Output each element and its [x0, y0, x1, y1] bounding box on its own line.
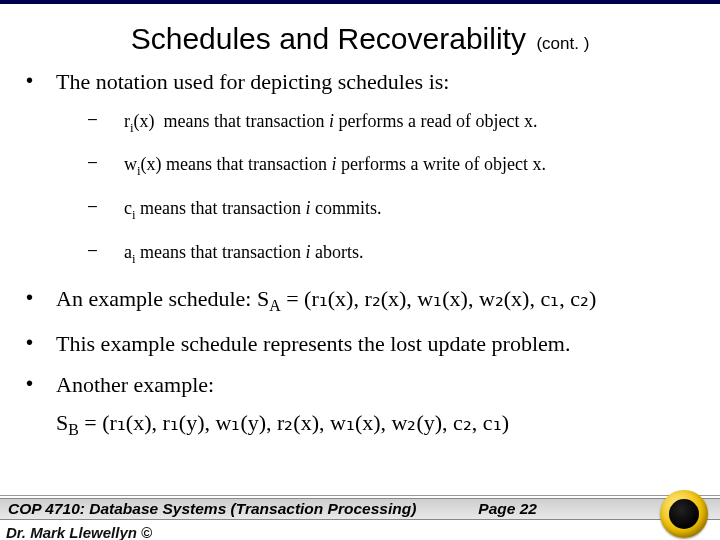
notation-read: – ri(x) means that transaction i perform…: [88, 110, 694, 136]
example-b-text: SB = (r₁(x), r₁(y), w₁(y), r₂(x), w₁(x),…: [56, 409, 694, 440]
bullet-marker: •: [26, 330, 56, 354]
logo-circle: [660, 490, 708, 538]
footer-course: COP 4710: Database Systems (Transaction …: [0, 500, 416, 518]
example-a-text: An example schedule: SA = (r₁(x), r₂(x),…: [56, 285, 694, 316]
lost-update-text: This example schedule represents the los…: [56, 330, 694, 358]
slide-title: Schedules and Recoverability: [131, 22, 526, 55]
obj: commits.: [315, 198, 382, 218]
bullet-marker: •: [26, 285, 56, 309]
obj: performs a write of object x.: [341, 154, 546, 174]
verb: means that transaction: [140, 242, 301, 262]
dash-marker: –: [88, 110, 124, 128]
ex2-body: = (r₁(x), r₁(y), w₁(y), r₂(x), w₁(x), w₂…: [79, 410, 509, 435]
bullet-marker: •: [26, 371, 56, 395]
ex-body: = (r₁(x), r₂(x), w₁(x), w₂(x), c₁, c₂): [281, 286, 597, 311]
bullet-example-a: • An example schedule: SA = (r₁(x), r₂(x…: [26, 285, 694, 316]
ex2-lead: S: [56, 410, 68, 435]
footer: COP 4710: Database Systems (Transaction …: [0, 492, 720, 540]
sym-base: w: [124, 154, 137, 174]
notation-write: – wi(x) means that transaction i perform…: [88, 153, 694, 179]
i-var: i: [306, 198, 311, 218]
notation-abort: – ai means that transaction i aborts.: [88, 241, 694, 267]
bullet-lost-update: • This example schedule represents the l…: [26, 330, 694, 358]
notation-read-text: ri(x) means that transaction i performs …: [124, 110, 694, 136]
another-text: Another example:: [56, 371, 694, 399]
bullet-marker: •: [26, 68, 56, 92]
ex2-sub: B: [68, 421, 79, 438]
dash-marker: –: [88, 197, 124, 215]
notation-list: – ri(x) means that transaction i perform…: [88, 110, 694, 267]
footer-bar: COP 4710: Database Systems (Transaction …: [0, 498, 720, 520]
ex-lead: An example schedule: S: [56, 286, 269, 311]
notation-abort-text: ai means that transaction i aborts.: [124, 241, 694, 267]
verb: means that transaction: [164, 111, 325, 131]
notation-commit-text: ci means that transaction i commits.: [124, 197, 694, 223]
example-b-row: SB = (r₁(x), r₁(y), w₁(y), r₂(x), w₁(x),…: [56, 409, 694, 440]
slide-title-cont: (cont. ): [536, 34, 589, 53]
ex-sub: A: [269, 297, 280, 314]
obj: performs a read of object x.: [339, 111, 538, 131]
bullet-intro: • The notation used for depicting schedu…: [26, 68, 694, 96]
sym-arg: (x): [134, 111, 155, 131]
sym-sub: i: [132, 250, 136, 265]
content-area: • The notation used for depicting schedu…: [0, 62, 720, 440]
i-var: i: [332, 154, 337, 174]
i-var: i: [306, 242, 311, 262]
sym-base: a: [124, 242, 132, 262]
intro-text: The notation used for depicting schedule…: [56, 68, 694, 96]
footer-page: Page 22: [478, 500, 537, 518]
notation-write-text: wi(x) means that transaction i performs …: [124, 153, 694, 179]
footer-author: Dr. Mark Llewellyn ©: [6, 525, 152, 540]
sym-base: c: [124, 198, 132, 218]
verb: means that transaction: [166, 154, 327, 174]
logo-inner: [669, 499, 699, 529]
dash-marker: –: [88, 241, 124, 259]
obj: aborts.: [315, 242, 364, 262]
notation-commit: – ci means that transaction i commits.: [88, 197, 694, 223]
title-row: Schedules and Recoverability (cont. ): [0, 4, 720, 62]
i-var: i: [329, 111, 334, 131]
dash-marker: –: [88, 153, 124, 171]
verb: means that transaction: [140, 198, 301, 218]
sym-sub: i: [132, 207, 136, 222]
bullet-another: • Another example:: [26, 371, 694, 399]
slide: Schedules and Recoverability (cont. ) • …: [0, 0, 720, 540]
sym-arg: (x): [141, 154, 162, 174]
ucf-logo: [660, 490, 708, 538]
